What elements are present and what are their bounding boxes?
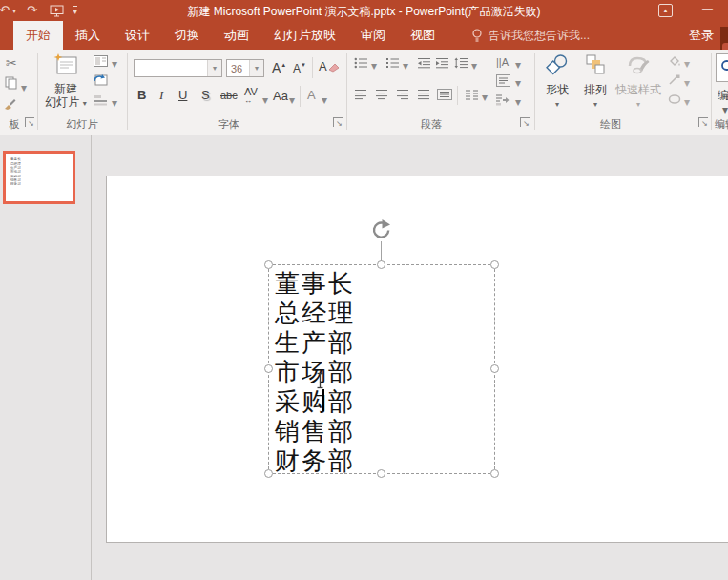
- font-name-value: [135, 60, 207, 76]
- resize-handle-w[interactable]: [264, 364, 273, 373]
- text-shadow-button[interactable]: S: [201, 88, 210, 102]
- ribbon: ✂ ▾ 板 ↘ 新建 幻灯片 ▾ ▾ ▾ 幻灯片 ▾ 36 ▾ A▲: [0, 50, 728, 135]
- font-size-combobox[interactable]: 36 ▾: [226, 59, 264, 77]
- shape-effects-icon[interactable]: [668, 93, 681, 105]
- clear-formatting-button[interactable]: A: [319, 59, 341, 73]
- panel-divider[interactable]: [91, 135, 92, 580]
- font-color-button[interactable]: A: [307, 88, 316, 102]
- character-spacing-button[interactable]: AV ↔: [244, 86, 258, 109]
- paragraph-group-label: 段落: [421, 117, 442, 132]
- minimize-icon[interactable]: —: [702, 2, 713, 13]
- reset-slide-icon[interactable]: [94, 73, 108, 86]
- leftright-arrow-icon: ↔: [244, 96, 252, 105]
- align-left-icon[interactable]: [354, 89, 367, 100]
- line-spacing-icon[interactable]: [454, 57, 468, 69]
- spacing-dropdown-icon[interactable]: ▾: [262, 93, 268, 107]
- tab-insert[interactable]: 插入: [63, 21, 113, 50]
- shape-fill-dropdown-icon[interactable]: ▾: [684, 57, 690, 71]
- shape-outline-icon[interactable]: [668, 74, 681, 86]
- ribbon-tab-row: 开始 插入 设计 切换 动画 幻灯片放映 审阅 视图 告诉我您想告诉我... 登…: [0, 21, 728, 50]
- text-direction-dropdown-icon[interactable]: ▾: [515, 58, 521, 72]
- tab-transitions[interactable]: 切换: [162, 21, 212, 50]
- resize-handle-se[interactable]: [490, 469, 499, 478]
- tab-view[interactable]: 视图: [398, 21, 447, 50]
- align-right-icon[interactable]: [396, 89, 409, 100]
- paragraph-dialog-launcher-icon[interactable]: ↘: [520, 117, 530, 127]
- format-painter-icon[interactable]: [3, 97, 16, 111]
- slide-layout-icon[interactable]: [94, 55, 108, 67]
- sign-in-button[interactable]: 登录: [689, 21, 714, 50]
- ribbon-display-options-icon[interactable]: ▴: [658, 4, 673, 17]
- grow-font-button[interactable]: A▲: [272, 60, 286, 75]
- new-slide-button[interactable]: 新建 幻灯片 ▾: [44, 53, 88, 111]
- bullets-icon[interactable]: [354, 57, 368, 69]
- align-text-icon[interactable]: [496, 74, 510, 87]
- text-line: 生产部: [275, 328, 355, 358]
- justify-icon[interactable]: [417, 89, 430, 100]
- copy-icon[interactable]: [5, 76, 18, 90]
- window-title: 新建 Microsoft PowerPoint 演示文稿.pptx - Powe…: [0, 4, 728, 20]
- bullets-dropdown-icon[interactable]: ▾: [371, 59, 377, 72]
- numbering-dropdown-icon[interactable]: ▾: [403, 59, 408, 72]
- align-text-dropdown-icon[interactable]: ▾: [515, 76, 521, 90]
- font-size-dropdown-icon[interactable]: ▾: [249, 60, 263, 76]
- shapes-label: 形状: [539, 83, 575, 96]
- shrink-font-button[interactable]: A▼: [293, 62, 306, 75]
- slide-thumbnail-1[interactable]: 董事长总经理 生产部市场部 采购部销售部 财务部: [3, 151, 75, 204]
- font-name-dropdown-icon[interactable]: ▾: [207, 60, 221, 76]
- cut-icon[interactable]: ✂: [6, 55, 17, 71]
- text-box[interactable]: 董事长 总经理 生产部 市场部 采购部 销售部 财务部: [268, 264, 495, 474]
- columns-icon[interactable]: [465, 89, 479, 100]
- shape-outline-dropdown-icon[interactable]: ▾: [684, 76, 690, 90]
- tab-animations[interactable]: 动画: [212, 21, 261, 50]
- resize-handle-sw[interactable]: [264, 469, 273, 478]
- font-dialog-launcher-icon[interactable]: ↘: [333, 117, 343, 127]
- quick-styles-button[interactable]: 快速样式 ▾: [614, 54, 662, 110]
- convert-smartart-icon[interactable]: [495, 93, 510, 106]
- numbering-icon[interactable]: [385, 57, 400, 69]
- slide-canvas[interactable]: 董事长 总经理 生产部 市场部 采购部 销售部 财务部: [106, 176, 728, 543]
- arrange-dropdown-icon: ▾: [593, 100, 597, 109]
- smartart-dropdown-icon[interactable]: ▾: [515, 95, 521, 109]
- italic-button[interactable]: I: [159, 88, 163, 103]
- section-dropdown-icon[interactable]: ▾: [112, 96, 117, 110]
- distribute-text-icon[interactable]: [437, 89, 452, 100]
- tab-design[interactable]: 设计: [113, 21, 162, 50]
- resize-handle-s[interactable]: [377, 469, 385, 478]
- new-slide-label-1: 新建: [44, 82, 88, 95]
- slide-thumbnail-panel[interactable]: 董事长总经理 生产部市场部 采购部销售部 财务部: [0, 135, 91, 580]
- copy-dropdown-icon[interactable]: ▾: [21, 81, 27, 94]
- resize-handle-e[interactable]: [490, 364, 499, 373]
- case-dropdown-icon[interactable]: ▾: [289, 93, 295, 107]
- tab-home[interactable]: 开始: [13, 21, 63, 50]
- clipboard-dialog-launcher-icon[interactable]: ↘: [25, 117, 34, 127]
- rotation-handle-icon[interactable]: [370, 218, 393, 241]
- shape-fill-icon[interactable]: [668, 55, 681, 67]
- shape-effects-dropdown-icon[interactable]: ▾: [684, 95, 690, 109]
- increase-indent-icon[interactable]: [435, 57, 449, 69]
- tell-me-box[interactable]: 告诉我您想告诉我...: [471, 21, 590, 50]
- arrange-button[interactable]: 排列 ▾: [578, 54, 613, 110]
- shapes-button[interactable]: 形状 ▾: [539, 54, 575, 110]
- underline-button[interactable]: U: [178, 88, 187, 102]
- change-case-button[interactable]: Aa: [273, 89, 288, 103]
- find-button[interactable]: [716, 53, 728, 82]
- tab-review[interactable]: 审阅: [348, 21, 398, 50]
- layout-dropdown-icon[interactable]: ▾: [112, 57, 117, 71]
- editing-dropdown-icon[interactable]: ▾: [722, 103, 728, 116]
- columns-dropdown-icon[interactable]: ▾: [482, 91, 488, 104]
- resize-handle-n[interactable]: [377, 260, 385, 269]
- bold-button[interactable]: B: [137, 88, 146, 102]
- font-name-combobox[interactable]: ▾: [134, 59, 222, 77]
- resize-handle-nw[interactable]: [264, 260, 273, 269]
- font-color-dropdown-icon[interactable]: ▾: [322, 93, 327, 107]
- resize-handle-ne[interactable]: [490, 260, 499, 269]
- strikethrough-button[interactable]: abc: [220, 90, 238, 101]
- line-spacing-dropdown-icon[interactable]: ▾: [471, 59, 477, 72]
- tab-slideshow[interactable]: 幻灯片放映: [261, 21, 348, 50]
- section-icon[interactable]: [94, 94, 108, 106]
- text-direction-icon[interactable]: ||A: [496, 56, 509, 68]
- decrease-indent-icon[interactable]: [417, 57, 431, 69]
- align-center-icon[interactable]: [375, 89, 388, 100]
- drawing-dialog-launcher-icon[interactable]: ↘: [698, 117, 708, 127]
